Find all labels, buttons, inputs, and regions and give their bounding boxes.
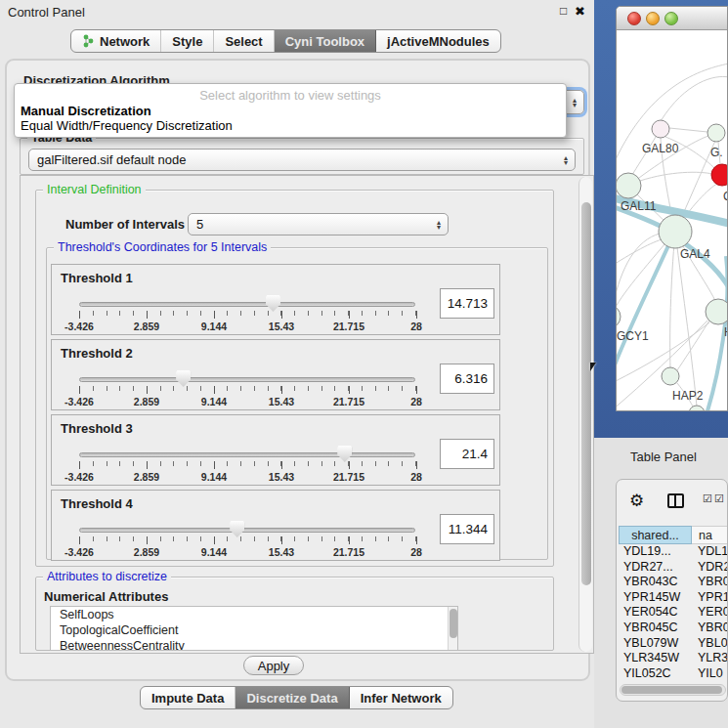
slider-ruler: -3.4262.8599.14415.4321.71528 [79, 311, 416, 330]
network-node[interactable] [652, 120, 669, 138]
slider-thumb[interactable] [337, 446, 352, 462]
threshold-value-field[interactable]: 11.344 [440, 514, 494, 544]
tab-network[interactable]: Network [71, 30, 161, 52]
table-header-row: shared... na [619, 526, 728, 544]
scrollbar-thumb[interactable] [450, 609, 457, 638]
tab-impute-data[interactable]: Impute Data [141, 687, 236, 708]
table-row[interactable]: YLR345WYLR3 [619, 651, 728, 666]
control-panel-titlebar: Control Panel □ ✖ [0, 0, 594, 23]
threshold-panel: Threshold 1-3.4262.8599.14415.4321.71528… [51, 264, 500, 335]
combo-arrows-icon: ▴▾ [564, 155, 568, 165]
threshold-value-field[interactable]: 21.4 [440, 439, 494, 469]
float-window-icon[interactable]: □ [560, 4, 567, 18]
gear-icon[interactable]: ⚙ [629, 491, 644, 511]
tick-label: 2.859 [134, 546, 159, 558]
tab-label: jActiveMNodules [387, 34, 490, 49]
panel-title: Control Panel [8, 5, 85, 20]
network-node[interactable] [659, 215, 692, 248]
cyni-bottom-tabs: Impute Data Discretize Data Infer Networ… [140, 686, 453, 709]
split-columns-icon[interactable] [667, 493, 684, 508]
network-node[interactable] [711, 164, 728, 186]
horizontal-scrollbar[interactable] [620, 684, 726, 696]
tab-jactivemnodules[interactable]: jActiveMNodules [376, 30, 500, 52]
tab-select[interactable]: Select [214, 30, 274, 52]
slider-thumb[interactable] [176, 370, 191, 387]
column-header-name[interactable]: na [692, 526, 728, 544]
tick-label: 28 [410, 396, 422, 407]
list-item[interactable]: BetweennessCentrality [51, 638, 457, 651]
table-row[interactable]: YBL079WYBL0 [619, 636, 728, 652]
table-row[interactable]: YPR145WYPR1 [619, 590, 728, 606]
network-node[interactable] [617, 173, 641, 198]
slider-thumb[interactable] [266, 295, 280, 312]
threshold-value-field[interactable]: 6.316 [440, 364, 494, 394]
close-icon[interactable]: ✖ [575, 4, 585, 19]
network-node[interactable] [706, 299, 728, 324]
network-node[interactable] [689, 406, 705, 411]
table-data-combobox[interactable]: galFiltered.sif default node ▴▾ [28, 149, 576, 171]
menu-item-manual-discretization[interactable]: Manual Discretization [21, 104, 151, 118]
number-of-intervals-value: 5 [196, 217, 203, 232]
number-of-intervals-label: Number of Intervals [65, 217, 185, 232]
network-node[interactable] [707, 124, 725, 142]
slider-thumb[interactable] [230, 521, 244, 537]
network-icon [82, 34, 95, 48]
tick-label: 15.43 [269, 321, 294, 332]
tab-cyni-toolbox[interactable]: Cyni Toolbox [275, 30, 376, 52]
tick-label: 9.144 [201, 396, 227, 407]
table-row[interactable]: YER054CYER0 [619, 605, 728, 621]
tick-label: 15.43 [269, 396, 294, 407]
tab-infer-network[interactable]: Infer Network [350, 687, 452, 708]
list-item[interactable]: SelfLoops [51, 607, 457, 622]
threshold-panel: Threshold 4-3.4262.8599.14415.4321.71528… [51, 490, 500, 561]
number-of-intervals-combobox[interactable]: 5 ▴▾ [188, 213, 449, 236]
threshold-label: Threshold 1 [61, 271, 133, 285]
node-label: GAL4 [680, 247, 710, 261]
network-canvas[interactable]: GAL80G.CGAL11GAL4GCY1HHAP2 [617, 31, 728, 411]
threshold-panel: Threshold 3-3.4262.8599.14415.4321.71528… [51, 414, 500, 486]
cyni-toolbox-panel: Discretization Algorithm ▴▾ Select algor… [5, 59, 590, 681]
table-row[interactable]: YBR043CYBR0 [619, 575, 728, 590]
tab-label: Infer Network [361, 691, 442, 706]
vertical-scrollbar[interactable] [578, 177, 592, 652]
network-node[interactable] [617, 305, 621, 328]
list-item[interactable]: TopologicalCoefficient [51, 622, 457, 638]
tick-label: 21.715 [333, 396, 364, 407]
network-node[interactable] [662, 367, 679, 385]
column-header-shared-name[interactable]: shared... [619, 526, 692, 544]
tick-label: 9.144 [201, 546, 227, 558]
numerical-attributes-list[interactable]: SelfLoopsTopologicalCoefficientBetweenne… [50, 606, 458, 651]
menu-item-equal-width-frequency[interactable]: Equal Width/Frequency Discretization [21, 118, 233, 133]
table-row[interactable]: YBR045CYBR0 [619, 621, 728, 636]
slider-track[interactable] [79, 377, 415, 382]
threshold-value-field[interactable]: 14.713 [440, 288, 494, 319]
slider-track[interactable] [79, 452, 415, 457]
node-label: GAL11 [621, 199, 657, 213]
scrollbar-thumb[interactable] [621, 686, 722, 694]
close-traffic-light-icon[interactable] [627, 12, 641, 25]
attributes-group-title: Attributes to discretize [43, 570, 171, 583]
table-row[interactable]: YDR27...YDR2 [619, 560, 728, 576]
network-window-titlebar[interactable] [617, 7, 727, 30]
list-scrollbar[interactable] [448, 607, 457, 650]
checkbox-icon[interactable]: ☑ [703, 492, 712, 505]
tab-style[interactable]: Style [161, 30, 214, 52]
tick-label: -3.426 [64, 546, 94, 558]
combo-arrows-icon: ▴▾ [437, 220, 441, 230]
apply-button[interactable]: Apply [243, 656, 304, 675]
table-row[interactable]: YDL19...YDL1 [619, 544, 728, 560]
interval-definition-title: Interval Definition [43, 183, 146, 196]
slider-track[interactable] [79, 528, 415, 533]
tab-discretize-data[interactable]: Discretize Data [236, 687, 349, 708]
minimize-traffic-light-icon[interactable] [646, 12, 660, 25]
control-panel-tabs: Network Style Select Cyni Toolbox jActiv… [70, 29, 501, 53]
table-body[interactable]: YDL19...YDL1YDR27...YDR2YBR043CYBR0YPR14… [619, 544, 728, 682]
table-row[interactable]: YIL052CYIL0 [619, 666, 728, 682]
zoom-traffic-light-icon[interactable] [664, 12, 678, 25]
slider-track[interactable] [79, 302, 415, 307]
tick-label: -3.426 [64, 471, 94, 483]
threshold-label: Threshold 2 [61, 346, 133, 361]
checkbox-icon[interactable]: ☑ [714, 492, 724, 505]
scrollbar-thumb[interactable] [581, 202, 591, 585]
table-data-group: Table Data galFiltered.sif default node … [20, 138, 584, 175]
